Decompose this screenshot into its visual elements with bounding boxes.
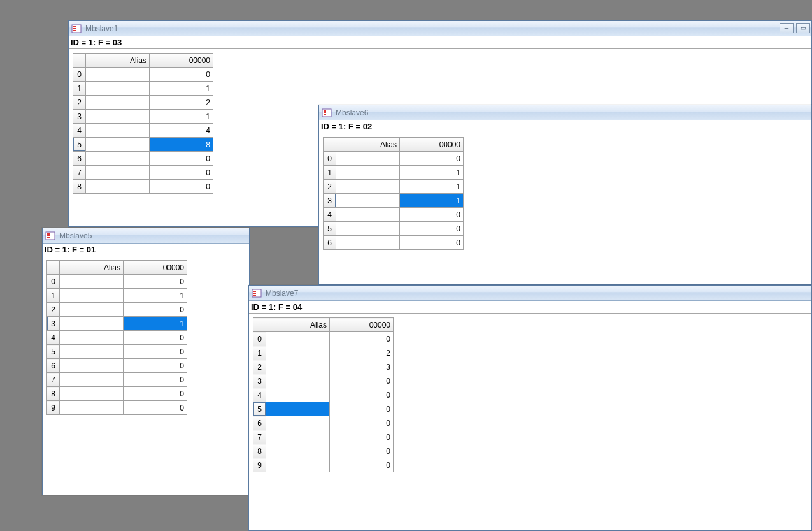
col-header-value[interactable]: 00000 <box>150 54 213 68</box>
table-row[interactable]: 80 <box>73 180 213 194</box>
table-row[interactable]: 20 <box>47 303 187 317</box>
row-header[interactable]: 8 <box>253 444 266 458</box>
table-row[interactable]: 31 <box>73 110 213 124</box>
cell-alias[interactable] <box>60 303 124 317</box>
cell-value[interactable]: 0 <box>124 275 187 289</box>
cell-alias[interactable] <box>60 373 124 387</box>
titlebar[interactable]: Mbslave5 <box>43 228 249 244</box>
row-header[interactable]: 6 <box>73 152 86 166</box>
cell-value[interactable]: 1 <box>400 166 464 180</box>
cell-value[interactable]: 0 <box>124 303 187 317</box>
cell-value[interactable]: 0 <box>400 208 464 222</box>
row-header[interactable]: 1 <box>73 82 86 96</box>
row-header[interactable]: 0 <box>324 152 336 166</box>
table-row[interactable]: 44 <box>73 124 213 138</box>
cell-value[interactable]: 0 <box>124 345 187 359</box>
table-row[interactable]: 00 <box>324 152 464 166</box>
table-row[interactable]: 50 <box>324 222 464 236</box>
cell-alias[interactable] <box>266 402 330 416</box>
cell-value[interactable]: 2 <box>330 346 394 360</box>
row-header[interactable]: 4 <box>47 331 60 345</box>
row-header[interactable]: 2 <box>73 96 86 110</box>
data-table[interactable]: Alias00000001122314458607080 <box>73 53 213 194</box>
table-row[interactable]: 90 <box>253 458 394 472</box>
cell-alias[interactable] <box>86 82 150 96</box>
row-header[interactable]: 1 <box>47 289 60 303</box>
row-header[interactable]: 9 <box>253 458 266 472</box>
row-header[interactable]: 6 <box>47 359 60 373</box>
table-row[interactable]: 12 <box>253 346 394 360</box>
cell-alias[interactable] <box>60 387 124 401</box>
row-header[interactable]: 8 <box>47 387 60 401</box>
cell-value[interactable]: 1 <box>150 82 213 96</box>
cell-alias[interactable] <box>336 166 400 180</box>
cell-alias[interactable] <box>86 68 150 82</box>
cell-value[interactable]: 1 <box>124 289 187 303</box>
cell-value[interactable]: 0 <box>124 331 187 345</box>
cell-alias[interactable] <box>336 236 400 250</box>
cell-alias[interactable] <box>266 430 330 444</box>
row-header[interactable]: 0 <box>73 68 86 82</box>
col-header-value[interactable]: 00000 <box>400 138 464 152</box>
cell-alias[interactable] <box>60 275 124 289</box>
cell-alias[interactable] <box>336 194 400 208</box>
titlebar[interactable]: Mbslave6 <box>319 105 811 120</box>
table-row[interactable]: 11 <box>73 82 213 96</box>
cell-alias[interactable] <box>266 374 330 388</box>
window-mbslave5[interactable]: Mbslave5 ID = 1: F = 01 Alias00000001120… <box>42 228 250 495</box>
row-header[interactable]: 4 <box>324 208 336 222</box>
row-header[interactable]: 6 <box>324 236 336 250</box>
data-table[interactable]: Alias0000000112031405060708090 <box>46 260 187 415</box>
cell-value[interactable]: 0 <box>330 430 394 444</box>
col-header-alias[interactable]: Alias <box>336 138 400 152</box>
cell-value[interactable]: 3 <box>330 360 394 374</box>
table-row[interactable]: 00 <box>253 332 394 346</box>
cell-alias[interactable] <box>266 416 330 430</box>
cell-value[interactable]: 1 <box>150 110 213 124</box>
table-row[interactable]: 70 <box>73 166 213 180</box>
cell-alias[interactable] <box>86 180 150 194</box>
col-header-alias[interactable]: Alias <box>266 318 330 332</box>
table-row[interactable]: 40 <box>253 388 394 402</box>
table-row[interactable]: 00 <box>47 275 187 289</box>
minimize-button[interactable]: ─ <box>780 23 794 33</box>
row-header[interactable]: 4 <box>253 388 266 402</box>
table-row[interactable]: 40 <box>47 331 187 345</box>
cell-alias[interactable] <box>60 331 124 345</box>
cell-alias[interactable] <box>86 124 150 138</box>
col-header-corner[interactable] <box>324 138 336 152</box>
row-header[interactable]: 8 <box>73 180 86 194</box>
cell-alias[interactable] <box>86 166 150 180</box>
cell-value[interactable]: 0 <box>150 166 213 180</box>
row-header[interactable]: 7 <box>47 373 60 387</box>
cell-alias[interactable] <box>266 346 330 360</box>
cell-value[interactable]: 0 <box>124 373 187 387</box>
table-row[interactable]: 23 <box>253 360 394 374</box>
table-row[interactable]: 60 <box>253 416 394 430</box>
table-row[interactable]: 31 <box>324 194 464 208</box>
maximize-button[interactable]: ▭ <box>796 23 810 33</box>
cell-value[interactable]: 0 <box>400 152 464 166</box>
col-header-corner[interactable] <box>73 54 86 68</box>
row-header[interactable]: 5 <box>253 402 266 416</box>
table-row[interactable]: 80 <box>47 387 187 401</box>
cell-value[interactable]: 0 <box>400 236 464 250</box>
cell-alias[interactable] <box>266 444 330 458</box>
table-row[interactable]: 60 <box>324 236 464 250</box>
cell-value[interactable]: 2 <box>150 96 213 110</box>
window-mbslave6[interactable]: Mbslave6 ID = 1: F = 02 Alias00000001121… <box>318 105 812 285</box>
table-row[interactable]: 21 <box>324 180 464 194</box>
cell-value[interactable]: 0 <box>330 388 394 402</box>
col-header-corner[interactable] <box>253 318 266 332</box>
cell-alias[interactable] <box>266 458 330 472</box>
cell-value[interactable]: 0 <box>150 180 213 194</box>
cell-alias[interactable] <box>60 401 124 415</box>
cell-value[interactable]: 1 <box>400 180 464 194</box>
table-row[interactable]: 11 <box>324 166 464 180</box>
table-row[interactable]: 90 <box>47 401 187 415</box>
cell-alias[interactable] <box>336 180 400 194</box>
row-header[interactable]: 3 <box>324 194 336 208</box>
cell-alias[interactable] <box>60 289 124 303</box>
cell-value[interactable]: 0 <box>150 152 213 166</box>
table-row[interactable]: 70 <box>253 430 394 444</box>
